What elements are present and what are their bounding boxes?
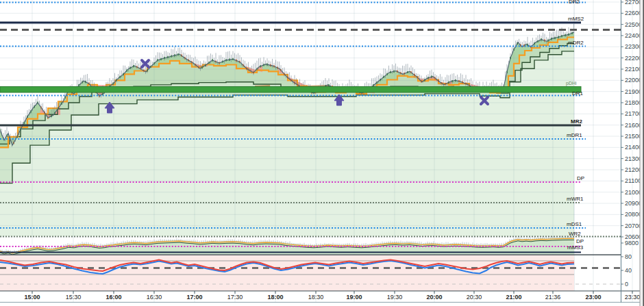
level-label-DR2: DR2: [569, 0, 580, 5]
price-tick-label: 22400: [625, 32, 642, 39]
level-label-mMS2: mMS2: [568, 16, 584, 22]
time-tick-label: 15:30: [66, 294, 82, 301]
time-tick-label: 20:30: [467, 294, 482, 301]
time-tick-label: 23:30: [625, 294, 641, 301]
price-tick-label: 21800: [625, 99, 642, 106]
time-tick-label: 16:00: [106, 294, 121, 301]
time-tick-label: 18:30: [308, 294, 324, 301]
cloud-fills: [0, 32, 574, 236]
price-tick-label: 21300: [625, 155, 642, 162]
price-tick-label: 9800: [625, 240, 639, 246]
price-tick-label: 21200: [625, 166, 642, 173]
price-tick-label: 22300: [625, 43, 642, 50]
price-tick-label: 22100: [625, 66, 642, 73]
price-tick-label: 20700: [625, 222, 642, 229]
time-tick-label: 17:30: [227, 294, 243, 301]
time-tick-label: 19:30: [387, 294, 403, 301]
price-tick-label: 22000: [625, 77, 642, 84]
level-label-mWR1: mWR1: [567, 196, 584, 202]
price-tick-label: 21400: [625, 144, 642, 151]
level-label-pDHi: pDHi: [566, 81, 577, 86]
time-tick-label: 17:00: [186, 294, 202, 301]
price-tick-label: 22700: [625, 0, 642, 5]
trading-chart-window: DR2mMS2mDR2DR1MR2mDR1DPmWR1mDS1WR2DPmMS3…: [0, 0, 644, 306]
level-label-mDR2: mDR2: [568, 40, 584, 46]
price-tick-label: 22200: [625, 55, 642, 62]
time-tick-label: 18:00: [267, 294, 283, 301]
price-tick-label: 21600: [625, 122, 642, 129]
time-tick-label: 21:00: [506, 294, 521, 301]
price-tick-label: 21000: [625, 189, 642, 196]
level-label-mMS3: mMS3: [567, 244, 584, 251]
price-tick-label: 0: [625, 281, 628, 288]
time-tick-label: 16:30: [147, 294, 162, 301]
price-tick-label: 40: [625, 267, 632, 274]
level-label-MR2: MR2: [571, 118, 582, 125]
price-tick-label: 20800: [625, 211, 642, 218]
level-label-DR1: DR1: [572, 90, 584, 97]
price-chart-canvas[interactable]: DR2mMS2mDR2DR1MR2mDR1DPmWR1mDS1WR2DPmMS3…: [0, 0, 644, 306]
level-label-WR2: WR2: [569, 231, 581, 237]
level-label-DP: DP: [576, 238, 584, 244]
price-tick-label: 22500: [625, 21, 642, 28]
time-tick-label: 15:00: [24, 294, 40, 301]
level-label-mDR1: mDR1: [567, 132, 582, 138]
oscillator-panel: [0, 255, 621, 291]
price-tick-label: 21700: [625, 110, 642, 117]
price-tick-label: 22600: [625, 10, 642, 16]
scrollbar[interactable]: [640, 0, 643, 306]
time-tick-label: 23:00: [585, 294, 601, 301]
price-tick-label: 21100: [625, 177, 641, 184]
time-tick-label: 19:00: [346, 294, 362, 301]
price-tick-label: 21500: [625, 133, 642, 140]
previous-day-high-band: [0, 87, 581, 93]
time-tick-label: 21:36: [545, 294, 561, 301]
price-tick-label: 20900: [625, 200, 642, 207]
price-tick-label: 80: [625, 253, 632, 260]
level-label-mDS1: mDS1: [567, 221, 582, 227]
time-tick-label: 20:00: [426, 294, 442, 301]
level-label-DP: DP: [577, 175, 584, 181]
price-tick-label: 21900: [625, 88, 642, 95]
